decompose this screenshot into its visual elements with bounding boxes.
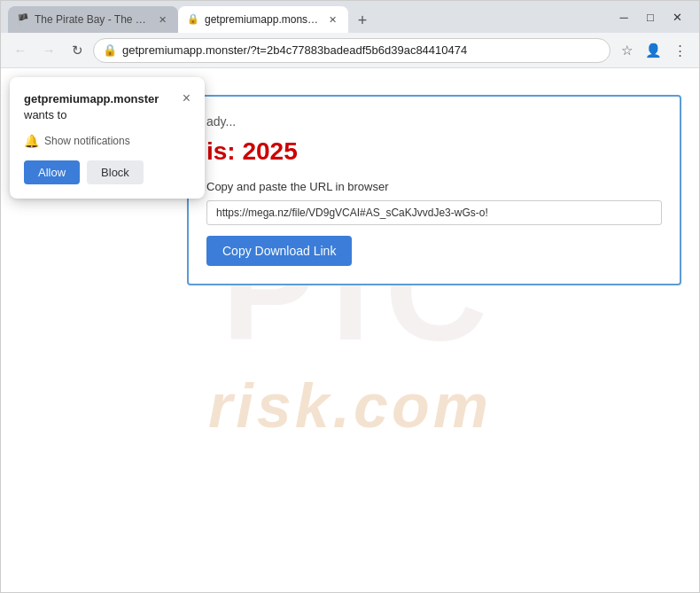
- notif-site-name: getpremiumapp.monster: [24, 92, 159, 105]
- minimize-button[interactable]: ─: [612, 8, 635, 26]
- tab1-favicon: 🏴: [17, 13, 29, 26]
- forward-button[interactable]: →: [36, 38, 61, 63]
- page-content: PTC risk.com ady... is: 2025 Copy and pa…: [1, 68, 699, 592]
- notification-popup: getpremiumapp.monster wants to × 🔔 Show …: [10, 77, 205, 199]
- tabs-bar: 🏴 The Pirate Bay - The galaxy's m... ✕ 🔒…: [8, 1, 609, 33]
- notif-title-rest: wants to: [24, 108, 66, 121]
- url-display: https://mega.nz/file/VD9gVCAI#AS_sCaKJvv…: [206, 200, 662, 225]
- year-value: 2025: [242, 137, 297, 165]
- bookmark-button[interactable]: ☆: [614, 38, 639, 63]
- site-line1: ady...: [206, 114, 662, 129]
- back-button[interactable]: ←: [8, 38, 33, 63]
- copy-label: Copy and paste the URL in browser: [206, 180, 662, 193]
- title-bar: 🏴 The Pirate Bay - The galaxy's m... ✕ 🔒…: [1, 1, 699, 33]
- toolbar: ← → ↻ 🔒 ☆ 👤 ⋮: [1, 33, 699, 68]
- tab-getpremiumapp[interactable]: 🔒 getpremiumapp.monster/?t=2... ✕: [178, 6, 348, 33]
- tab-piratebay[interactable]: 🏴 The Pirate Bay - The galaxy's m... ✕: [8, 6, 178, 33]
- tab2-close[interactable]: ✕: [325, 12, 339, 27]
- site-year: is: 2025: [206, 137, 662, 166]
- address-input[interactable]: [122, 43, 601, 57]
- maximize-button[interactable]: □: [639, 8, 662, 26]
- address-bar[interactable]: 🔒: [93, 38, 611, 63]
- notif-header: getpremiumapp.monster wants to ×: [24, 91, 191, 123]
- reload-button[interactable]: ↻: [65, 38, 89, 63]
- bell-icon: 🔔: [24, 134, 39, 148]
- tab2-title: getpremiumapp.monster/?t=2...: [205, 13, 320, 26]
- tab2-favicon: 🔒: [187, 13, 199, 26]
- copy-download-link-button[interactable]: Copy Download Link: [206, 236, 352, 266]
- browser-window: 🏴 The Pirate Bay - The galaxy's m... ✕ 🔒…: [0, 0, 700, 593]
- notif-close-button[interactable]: ×: [183, 91, 191, 105]
- notif-show-notifications-row: 🔔 Show notifications: [24, 134, 191, 148]
- menu-button[interactable]: ⋮: [667, 38, 692, 63]
- lock-icon: 🔒: [103, 43, 117, 57]
- block-button[interactable]: Block: [87, 160, 144, 184]
- profile-button[interactable]: 👤: [641, 38, 665, 63]
- window-controls: ─ □ ✕: [612, 8, 688, 26]
- watermark-risk: risk.com: [208, 371, 492, 441]
- show-notif-label: Show notifications: [44, 135, 130, 147]
- notif-title: getpremiumapp.monster wants to: [24, 91, 175, 123]
- site-content-box: ady... is: 2025 Copy and paste the URL i…: [187, 95, 681, 285]
- new-tab-button[interactable]: +: [350, 8, 375, 33]
- year-prefix: is:: [206, 137, 242, 165]
- toolbar-right: ☆ 👤 ⋮: [614, 38, 692, 63]
- tab1-title: The Pirate Bay - The galaxy's m...: [35, 13, 150, 26]
- tab1-close[interactable]: ✕: [155, 12, 169, 27]
- close-button[interactable]: ✕: [665, 8, 688, 26]
- notif-actions: Allow Block: [24, 160, 191, 184]
- allow-button[interactable]: Allow: [24, 160, 80, 184]
